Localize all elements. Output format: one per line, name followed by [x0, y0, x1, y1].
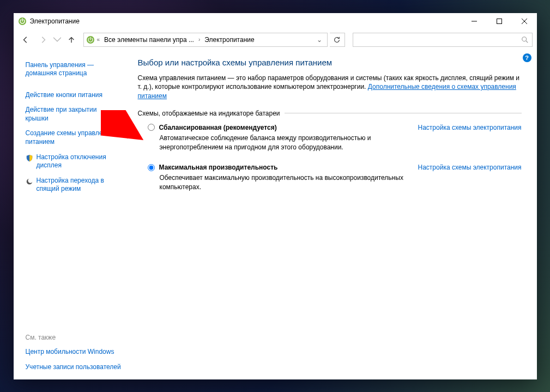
control-panel-icon	[86, 35, 95, 44]
moon-icon	[26, 178, 33, 185]
see-also-header: См. также	[26, 330, 122, 345]
plan-balanced: Сбалансированная (рекомендуется) Настрой…	[138, 124, 522, 152]
maximize-button[interactable]	[487, 13, 512, 29]
fieldset-header: Схемы, отображаемые на индикаторе батаре…	[138, 110, 522, 117]
control-panel-window: Электропитание	[14, 13, 537, 379]
sidebar-item-sleep[interactable]: Настройка перехода в спящий режим	[26, 173, 122, 197]
sidebar-item-label: Настройка отключения дисплея	[37, 153, 122, 170]
back-button[interactable]	[18, 32, 33, 47]
plan-high-performance: Максимальная производительность Настройк…	[138, 164, 522, 192]
up-button[interactable]	[64, 32, 79, 47]
search-input[interactable]	[356, 36, 521, 44]
help-button[interactable]: ?	[523, 53, 531, 62]
sidebar: Панель управления — домашняя страница Де…	[18, 58, 127, 375]
plan-balanced-label[interactable]: Сбалансированная (рекомендуется)	[159, 124, 277, 131]
search-icon	[521, 36, 529, 44]
sidebar-see-also-accounts[interactable]: Учетные записи пользователей	[26, 360, 122, 375]
content-area: ? Панель управления — домашняя страница …	[14, 50, 537, 379]
svg-rect-1	[497, 19, 501, 23]
navbar: « Все элементы панели упра ... › Электро…	[14, 29, 537, 50]
sidebar-home-link[interactable]: Панель управления — домашняя страница	[26, 58, 122, 81]
svg-point-3	[522, 37, 526, 41]
shield-icon	[26, 154, 33, 162]
plan-high-performance-desc: Обеспечивает максимальную производительн…	[160, 173, 410, 192]
search-box[interactable]	[353, 33, 533, 47]
chevron-right-icon: ›	[197, 37, 201, 43]
breadcrumb-current[interactable]: Электропитание	[202, 35, 256, 45]
plan-high-performance-settings-link[interactable]: Настройка схемы электропитания	[418, 164, 522, 171]
sidebar-item-display-off[interactable]: Настройка отключения дисплея	[26, 150, 122, 173]
recent-dropdown[interactable]	[53, 32, 62, 47]
window-title: Электропитание	[30, 17, 462, 25]
sidebar-item-lid-close[interactable]: Действие при закрытии крышки	[26, 102, 122, 126]
window-controls	[462, 13, 537, 29]
sidebar-item-power-button[interactable]: Действие кнопки питания	[26, 88, 122, 103]
plan-balanced-settings-link[interactable]: Настройка схемы электропитания	[418, 124, 522, 131]
main-panel: Выбор или настройка схемы управления пит…	[127, 58, 533, 375]
forward-button[interactable]	[35, 32, 51, 47]
titlebar: Электропитание	[14, 13, 537, 29]
address-dropdown[interactable]: ⌄	[314, 36, 325, 44]
sidebar-item-label: Настройка перехода в спящий режим	[37, 177, 122, 194]
close-button[interactable]	[512, 13, 537, 29]
plan-high-performance-label[interactable]: Максимальная производительность	[159, 164, 278, 171]
minimize-button[interactable]	[462, 13, 487, 29]
svg-point-5	[28, 178, 33, 183]
address-bar[interactable]: « Все элементы панели упра ... › Электро…	[83, 33, 328, 47]
page-heading: Выбор или настройка схемы управления пит…	[138, 58, 522, 67]
sidebar-see-also-mobility[interactable]: Центр мобильности Windows	[26, 345, 122, 360]
chevron-left-icon: «	[96, 37, 101, 43]
fieldset-label-text: Схемы, отображаемые на индикаторе батаре…	[138, 110, 280, 117]
breadcrumb-root[interactable]: Все элементы панели упра ...	[102, 35, 196, 45]
power-options-icon	[18, 17, 27, 26]
intro-text: Схема управления питанием — это набор па…	[138, 74, 522, 101]
sidebar-item-create-plan[interactable]: Создание схемы управления питанием	[26, 126, 122, 149]
plan-balanced-radio[interactable]	[148, 124, 155, 131]
plan-balanced-desc: Автоматическое соблюдение баланса между …	[160, 134, 410, 152]
plan-high-performance-radio[interactable]	[148, 164, 155, 171]
refresh-button[interactable]	[330, 33, 345, 47]
